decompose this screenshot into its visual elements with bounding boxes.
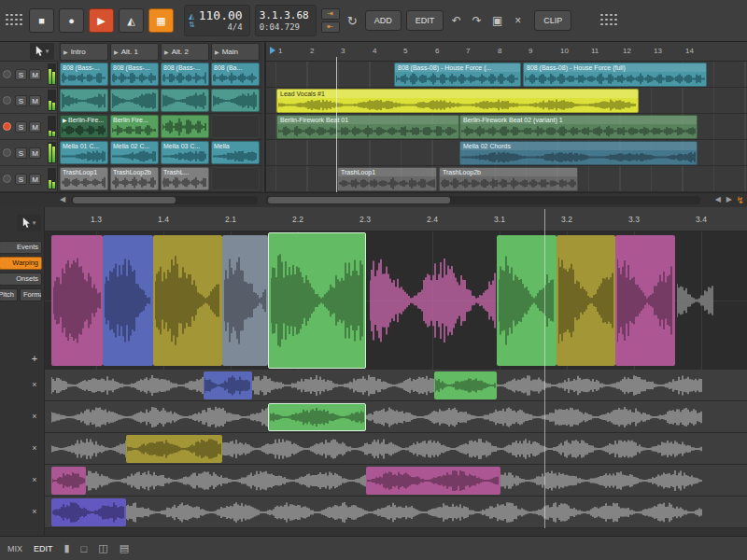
audio-segment-selected[interactable] xyxy=(268,232,366,369)
launcher-overdub-button[interactable]: ▦ xyxy=(148,8,174,33)
record-arm-button[interactable] xyxy=(3,175,11,183)
follow-playhead-icon[interactable]: ↯ xyxy=(737,195,744,205)
edit-menu-button[interactable]: EDIT xyxy=(406,10,444,31)
play-start-marker[interactable] xyxy=(270,47,275,54)
remove-lane-button[interactable]: × xyxy=(28,411,41,424)
record-arm-button[interactable] xyxy=(3,96,11,105)
punch-in-button[interactable]: ⇥ xyxy=(321,8,340,20)
dashboard-dots-icon[interactable] xyxy=(6,14,24,28)
launcher-clip[interactable]: Mella 01 C... xyxy=(60,141,108,164)
audio-segment-green[interactable] xyxy=(497,235,557,366)
unsegmented-waveform[interactable] xyxy=(677,280,714,321)
lane-segment-indigo[interactable] xyxy=(51,498,126,526)
scene-header-intro[interactable]: ▶Intro xyxy=(60,43,108,61)
record-arm-button[interactable] xyxy=(3,122,11,131)
track-header-vocals[interactable]: S M xyxy=(0,88,58,114)
scene-header-alt2[interactable]: ▶Alt. 2 xyxy=(161,43,209,61)
punch-out-button[interactable]: ⇤ xyxy=(321,21,340,33)
empty-clip-slot[interactable] xyxy=(211,167,260,190)
take-lane[interactable] xyxy=(45,370,747,401)
launcher-clip[interactable] xyxy=(161,115,209,138)
undo-icon[interactable]: ↶ xyxy=(448,14,464,27)
audio-segment-magenta[interactable] xyxy=(615,235,675,366)
arranger-clip-vocals[interactable]: Lead Vocals #1 xyxy=(276,89,639,113)
solo-button[interactable]: S xyxy=(15,174,27,185)
launcher-clip[interactable]: Mella 02 C... xyxy=(110,141,159,164)
tempo-nudge-icon[interactable]: ⇅ xyxy=(189,21,195,29)
play-button[interactable]: ▶ xyxy=(89,8,114,33)
layout-single-icon[interactable]: □ xyxy=(81,543,88,554)
launcher-clip[interactable]: TrashLoop1 xyxy=(60,167,108,190)
scroll-left-icon[interactable]: ◀ xyxy=(60,195,65,203)
empty-clip-slot[interactable] xyxy=(211,115,260,138)
take-lane[interactable] xyxy=(45,433,747,465)
arranger-clip-808-a[interactable]: 808 (Bass-08) - House Force (... xyxy=(394,63,521,87)
track-header-mella[interactable]: S M xyxy=(0,140,58,166)
track-header-berlin[interactable]: S M xyxy=(0,114,58,140)
scroll-right-icon[interactable]: ▶ xyxy=(726,195,732,203)
remove-lane-button[interactable]: × xyxy=(28,442,41,455)
audio-segment-olive[interactable] xyxy=(557,235,615,366)
arranger-clip-berlin-b[interactable]: Berlin-Firework Beat 02 (variant) 1 xyxy=(459,115,698,139)
clip-mode-button[interactable]: CLIP xyxy=(534,10,571,31)
audio-segment-olive[interactable] xyxy=(153,235,222,366)
solo-button[interactable]: S xyxy=(15,95,27,106)
tab-formant[interactable]: Formant xyxy=(20,288,42,301)
arranger-clip-808-b[interactable]: 808 (Bass-08) - House Force (full) xyxy=(523,63,707,87)
launcher-clip[interactable]: 808 (Bass-... xyxy=(110,63,159,86)
pointer-tool-button[interactable]: ▾ xyxy=(30,43,54,60)
tempo-value[interactable]: 110.00 xyxy=(199,8,243,22)
arranger-clip-trash-a[interactable]: TrashLoop1 xyxy=(337,167,437,191)
solo-button[interactable]: S xyxy=(15,147,27,159)
mix-layout-button[interactable]: MIX xyxy=(7,544,22,553)
tab-warping[interactable]: Warping xyxy=(0,257,42,270)
tab-pitch[interactable]: Pitch xyxy=(0,288,18,301)
launcher-clip[interactable]: TrashL... xyxy=(161,167,209,190)
loop-button[interactable]: ↻ xyxy=(345,14,360,28)
take-lane[interactable] xyxy=(45,465,747,497)
launcher-clip[interactable] xyxy=(161,89,209,112)
add-track-button[interactable]: ADD xyxy=(365,10,402,31)
remove-lane-button[interactable]: × xyxy=(28,506,41,519)
take-lane[interactable] xyxy=(45,497,747,528)
mute-button[interactable]: M xyxy=(29,174,41,185)
lane-segment-blue[interactable] xyxy=(204,371,252,399)
solo-button[interactable]: S xyxy=(15,69,27,80)
audio-segment-magenta[interactable] xyxy=(51,235,103,366)
mute-button[interactable]: M xyxy=(29,147,41,159)
layout-split-icon[interactable]: ◫ xyxy=(98,542,107,554)
bar-ruler[interactable]: 1 2 3 4 5 6 7 8 9 10 11 12 13 14 xyxy=(266,42,747,62)
scene-play-icon[interactable]: ▶ xyxy=(63,49,68,55)
bitwig-logo-icon[interactable] xyxy=(600,14,619,28)
launcher-clip[interactable]: Mella 03 C... xyxy=(161,141,209,164)
clip-play-icon[interactable]: ▶ xyxy=(63,117,67,123)
launcher-clip[interactable]: 808 (Ba... xyxy=(211,63,260,86)
edit-layout-button[interactable]: EDIT xyxy=(34,544,53,553)
scene-header-main[interactable]: ▶Main xyxy=(211,43,260,61)
take-lane[interactable] xyxy=(45,401,747,433)
remove-lane-button[interactable]: × xyxy=(28,379,41,392)
stop-button[interactable]: ■ xyxy=(29,8,54,33)
beat-ruler[interactable]: 1.3 1.4 2.1 2.2 2.3 2.4 3.1 3.2 3.3 3.4 xyxy=(45,207,747,231)
lane-segment-selected[interactable] xyxy=(268,403,366,431)
launcher-clip[interactable]: 808 (Bass-... xyxy=(161,63,209,86)
arranger-clip-berlin-a[interactable]: Berlin-Firework Beat 01 xyxy=(276,115,459,139)
mute-button[interactable]: M xyxy=(29,95,41,106)
track-header-808[interactable]: S M xyxy=(0,62,58,88)
time-signature[interactable]: 4/4 xyxy=(199,22,243,33)
arranger-clip-mella[interactable]: Mella 02 Chords xyxy=(459,141,698,165)
delete-icon[interactable]: × xyxy=(510,14,526,27)
tempo-metronome-icon[interactable]: ◭ xyxy=(189,13,195,21)
launcher-clip[interactable]: Mella xyxy=(211,141,260,164)
scene-play-icon[interactable]: ▶ xyxy=(114,49,119,55)
tab-onsets[interactable]: Onsets xyxy=(0,273,42,286)
lane-segment-olive[interactable] xyxy=(126,435,222,463)
launcher-clip[interactable] xyxy=(60,89,108,112)
waveform-editor[interactable] xyxy=(45,231,747,370)
launcher-clip[interactable] xyxy=(211,89,260,112)
redo-icon[interactable]: ↷ xyxy=(469,14,485,27)
audio-segment-blue[interactable] xyxy=(103,235,153,366)
scrollbar-thumb[interactable] xyxy=(73,197,176,203)
track-header-trash[interactable]: S M xyxy=(0,166,58,192)
scene-play-icon[interactable]: ▶ xyxy=(164,49,169,55)
